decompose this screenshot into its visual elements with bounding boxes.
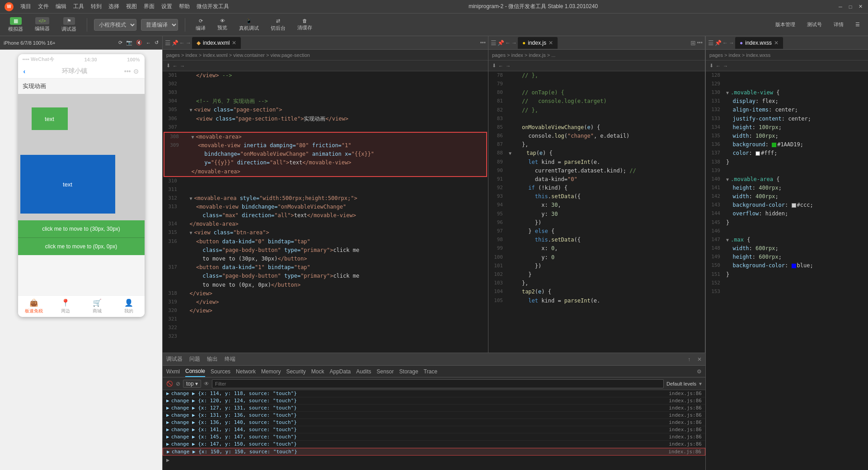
menu-item-goto[interactable]: 转到 <box>91 3 102 10</box>
movable-view-green[interactable]: text <box>32 107 68 130</box>
editor-toggle[interactable]: </> 编辑器 <box>31 15 53 34</box>
debug-tab-debugger[interactable]: 调试器 <box>166 354 183 365</box>
console-tab-mock[interactable]: Mock <box>311 367 324 377</box>
rotate-icon[interactable]: ⟳ <box>118 40 122 46</box>
nav-back-icon[interactable]: ← <box>179 40 185 46</box>
console-filter-input[interactable] <box>212 379 664 388</box>
console-resize-up[interactable]: ↑ <box>688 356 690 363</box>
js-code-area[interactable]: 78 // }, 79 80 // onTap(e) { 81 // conso… <box>488 71 705 353</box>
nav-item-2[interactable]: 📍 周边 <box>50 296 81 317</box>
move-btn-2[interactable]: click me to move to (0px, 0px) <box>18 238 145 255</box>
nav-item-4[interactable]: 👤 我的 <box>113 296 145 317</box>
menu-item-wechat[interactable]: 微信开发工具 <box>197 3 229 10</box>
js-nav-fwd[interactable]: → <box>511 40 517 46</box>
menu-item-help[interactable]: 帮助 <box>179 3 190 10</box>
format-icon[interactable]: ⬇ <box>166 63 170 69</box>
test-number-button[interactable]: 测试号 <box>803 19 826 30</box>
back-arrow-icon[interactable]: ‹ <box>23 68 26 75</box>
screenshot-icon[interactable]: 📷 <box>126 40 132 46</box>
console-tab-security[interactable]: Security <box>286 367 305 377</box>
pause-icon[interactable]: ⊘ <box>176 381 180 387</box>
compile-mode-selector[interactable]: 普通编译 <box>141 19 178 31</box>
simulator-toggle[interactable]: ▦ 模拟器 <box>5 15 27 34</box>
tab-wxml[interactable]: ◆ index.wxml ✕ <box>192 37 241 49</box>
js-nav-fwd2[interactable]: → <box>506 63 511 69</box>
nav-item-3[interactable]: 🛒 商城 <box>81 296 113 317</box>
debug-tab-problems[interactable]: 问题 <box>189 354 200 365</box>
eye-icon[interactable]: 👁 <box>204 381 209 387</box>
wxss-toolbar-icon[interactable]: ☰ <box>708 39 714 47</box>
console-tab-trace[interactable]: Trace <box>424 367 437 377</box>
nav-item-1[interactable]: 👜 板速免税 <box>18 296 50 317</box>
more-dots-icon[interactable]: ••• <box>124 68 131 75</box>
console-tab-memory[interactable]: Memory <box>261 367 281 377</box>
js-pin-icon[interactable]: 📌 <box>497 40 504 46</box>
compile-button[interactable]: ⟳ 编译 <box>192 16 209 33</box>
menu-item-interface[interactable]: 界面 <box>144 3 155 10</box>
move-btn-1[interactable]: click me to move to (30px, 30px) <box>18 220 145 238</box>
more-menu-button[interactable]: ☰ <box>852 20 863 29</box>
default-levels-button[interactable]: Default levels <box>666 381 696 386</box>
maximize-button[interactable]: □ <box>847 4 854 10</box>
tab-wxss[interactable]: ● index.wxss ✕ <box>735 37 783 49</box>
console-tab-audits[interactable]: Audits <box>356 367 371 377</box>
console-tab-sensor[interactable]: Sensor <box>377 367 394 377</box>
movable-area-1[interactable]: text <box>18 94 145 148</box>
menu-item-tools[interactable]: 工具 <box>73 3 84 10</box>
js-expand-icon[interactable]: ⬇ <box>492 63 496 69</box>
debug-tab-output[interactable]: 输出 <box>207 354 218 365</box>
chevron-down-icon[interactable]: ▾ <box>699 381 702 387</box>
debugger-toggle[interactable]: ⚑ 调试器 <box>58 15 80 34</box>
menu-item-settings[interactable]: 设置 <box>161 3 172 10</box>
close-button[interactable]: ✕ <box>857 4 863 10</box>
js-nav-back[interactable]: ← <box>505 40 511 46</box>
debug-tab-terminal[interactable]: 终端 <box>225 354 235 365</box>
console-tab-storage[interactable]: Storage <box>399 367 418 377</box>
clear-cache-button[interactable]: 🗑 清缓存 <box>294 16 316 33</box>
console-tab-wxml[interactable]: Wxml <box>166 367 180 377</box>
editor-toolbar-icon[interactable]: ☰ <box>165 39 171 47</box>
wxml-nav-back[interactable]: ← <box>173 63 178 69</box>
wxss-nav-back2[interactable]: ← <box>716 63 721 69</box>
wxss-code-area[interactable]: 128 129 130▼.movable-view { 131 display:… <box>706 71 868 470</box>
minimize-button[interactable]: ─ <box>837 4 844 10</box>
share-icon[interactable]: ⊙ <box>133 68 139 75</box>
console-tab-sources[interactable]: Sources <box>211 367 230 377</box>
console-tab-appdata[interactable]: AppData <box>329 367 351 377</box>
console-settings-icon[interactable]: ⚙ <box>697 368 702 375</box>
js-nav-back2[interactable]: ← <box>498 63 503 69</box>
tab-js[interactable]: ● index.js ✕ <box>518 37 558 49</box>
wxss-nav-fwd2[interactable]: → <box>723 63 728 69</box>
movable-view-blue[interactable]: text <box>20 155 115 214</box>
nav-forward-icon[interactable]: → <box>186 40 191 46</box>
wxss-nav-back[interactable]: ← <box>723 40 728 46</box>
real-device-button[interactable]: 📱 真机调试 <box>235 16 263 33</box>
console-tab-network[interactable]: Network <box>236 367 256 377</box>
wxss-close-icon[interactable]: ✕ <box>774 40 779 46</box>
context-selector[interactable]: top ▾ <box>183 380 201 388</box>
js-more-icon[interactable]: ••• <box>697 40 703 46</box>
refresh-icon[interactable]: ↺ <box>155 40 159 46</box>
pin-icon[interactable]: 📌 <box>172 40 178 46</box>
version-manage-button[interactable]: 版本管理 <box>772 19 799 30</box>
switch-background-button[interactable]: ⇄ 切后台 <box>267 16 289 33</box>
console-close[interactable]: ✕ <box>697 356 702 363</box>
menu-item-select[interactable]: 选择 <box>108 3 119 10</box>
menu-item-project[interactable]: 项目 <box>20 3 31 10</box>
wxss-pin-icon[interactable]: 📌 <box>715 40 722 46</box>
wxml-more-icon[interactable]: ••• <box>480 40 486 46</box>
details-button[interactable]: 详情 <box>830 19 847 30</box>
wxml-close-icon[interactable]: ✕ <box>232 40 236 46</box>
js-close-icon[interactable]: ✕ <box>549 40 553 46</box>
console-tab-console[interactable]: Console <box>185 366 205 377</box>
menu-item-file[interactable]: 文件 <box>38 3 49 10</box>
menu-item-view[interactable]: 视图 <box>126 3 137 10</box>
wxss-nav-fwd[interactable]: → <box>729 40 734 46</box>
preview-button[interactable]: 👁 预览 <box>214 16 231 33</box>
wxss-expand-icon[interactable]: ⬇ <box>709 63 713 69</box>
back-icon[interactable]: ← <box>146 40 151 46</box>
js-toolbar-icon[interactable]: ☰ <box>491 39 497 47</box>
js-split-icon[interactable]: ⊞ <box>690 39 696 47</box>
mode-selector[interactable]: 小程序模式 <box>94 19 136 31</box>
movable-area-2[interactable]: text <box>18 148 145 220</box>
